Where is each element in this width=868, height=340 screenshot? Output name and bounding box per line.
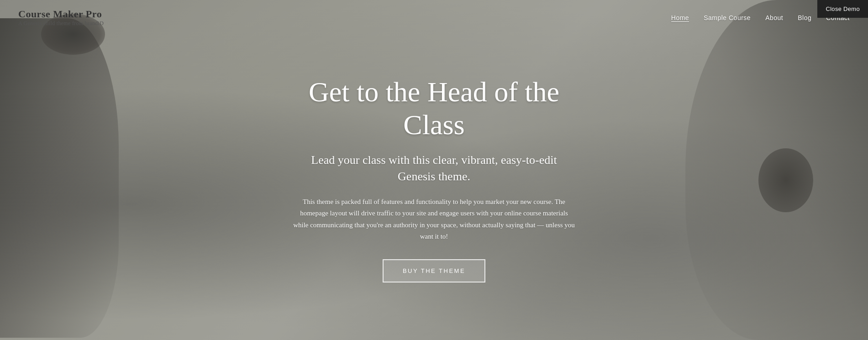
nav-item-about[interactable]: About [765, 14, 783, 21]
nav-item-home[interactable]: Home [671, 14, 689, 21]
site-tagline: A Genesis child theme from brandiD [18, 20, 104, 27]
nav-item-sample-course[interactable]: Sample Course [704, 14, 751, 21]
hero-body-text: This theme is packed full of features an… [293, 196, 576, 243]
cta-button[interactable]: BUY THE THEME [383, 259, 485, 282]
hero-subtitle: Lead your class with this clear, vibrant… [293, 152, 576, 185]
close-demo-button[interactable]: Close Demo [817, 0, 868, 18]
hero-title: Get to the Head of the Class [293, 76, 576, 141]
child-head [758, 148, 813, 212]
site-title-wrap: Course Maker Pro A Genesis child theme f… [18, 8, 104, 27]
site-title: Course Maker Pro [18, 8, 104, 20]
hero-section: Course Maker Pro A Genesis child theme f… [0, 0, 868, 340]
figure-left [0, 18, 119, 338]
site-header: Course Maker Pro A Genesis child theme f… [0, 0, 868, 35]
nav-item-blog[interactable]: Blog [798, 14, 811, 21]
hero-content: Get to the Head of the Class Lead your c… [274, 76, 594, 282]
